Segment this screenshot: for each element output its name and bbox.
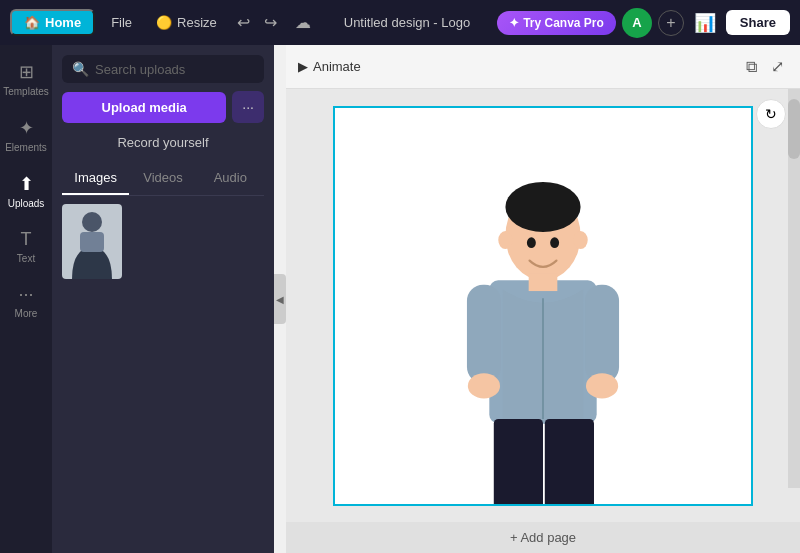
add-collaborator-button[interactable]: + (658, 10, 684, 36)
media-grid (62, 204, 264, 279)
cloud-sync-button[interactable]: ☁ (289, 9, 317, 36)
svg-point-11 (586, 373, 618, 398)
sidebar-item-templates[interactable]: ⊞ Templates (2, 53, 50, 105)
upload-panel: 🔍 Upload media ··· Record yourself Image… (52, 45, 274, 553)
canvas-area: ▶ Animate ⧉ ⤢ (286, 45, 800, 553)
sidebar-icons: ⊞ Templates ✦ Elements ⬆ Uploads T Text … (0, 45, 52, 553)
refresh-button[interactable]: ↻ (756, 99, 786, 129)
templates-icon: ⊞ (19, 61, 34, 83)
file-label: File (111, 15, 132, 30)
svg-rect-12 (494, 419, 543, 504)
document-title: Untitled design - Logo (323, 15, 491, 30)
record-yourself-button[interactable]: Record yourself (62, 131, 264, 154)
add-page-label: + Add page (510, 530, 576, 545)
svg-point-14 (527, 237, 536, 248)
svg-point-17 (573, 231, 587, 249)
svg-point-5 (505, 181, 580, 231)
svg-point-1 (82, 212, 102, 232)
upload-more-button[interactable]: ··· (232, 91, 264, 123)
sidebar-item-uploads[interactable]: ⬆ Uploads (2, 165, 50, 217)
tab-videos[interactable]: Videos (129, 162, 196, 195)
sidebar-item-more[interactable]: ··· More (2, 276, 50, 327)
tab-images-label: Images (74, 170, 117, 185)
sidebar-item-elements[interactable]: ✦ Elements (2, 109, 50, 161)
uploads-icon: ⬆ (19, 173, 34, 195)
try-pro-label: Try Canva Pro (523, 16, 604, 30)
canvas-toolbar-right: ⧉ ⤢ (742, 53, 788, 80)
scrollbar[interactable] (788, 89, 800, 488)
tab-audio-label: Audio (214, 170, 247, 185)
more-icon: ··· (18, 284, 33, 305)
media-tabs: Images Videos Audio (62, 162, 264, 196)
record-label: Record yourself (117, 135, 208, 150)
elements-icon: ✦ (19, 117, 34, 139)
resize-icon: 🟡 (156, 15, 172, 30)
list-item[interactable] (62, 204, 122, 279)
try-pro-button[interactable]: ✦ Try Canva Pro (497, 11, 616, 35)
resize-button[interactable]: 🟡 Resize (148, 11, 225, 34)
design-canvas[interactable] (333, 106, 753, 506)
refresh-icon: ↻ (765, 106, 777, 122)
file-button[interactable]: File (101, 11, 142, 34)
sidebar-item-label-uploads: Uploads (8, 198, 45, 209)
tab-audio[interactable]: Audio (197, 162, 264, 195)
upload-media-label: Upload media (102, 100, 187, 115)
undo-redo-group: ↩ ↪ (231, 9, 283, 36)
canvas-toolbar: ▶ Animate ⧉ ⤢ (286, 45, 800, 89)
fullscreen-button[interactable]: ⤢ (767, 53, 788, 80)
svg-rect-2 (80, 232, 104, 252)
svg-rect-8 (467, 284, 501, 382)
svg-point-15 (550, 237, 559, 248)
search-box: 🔍 (62, 55, 264, 83)
panel-collapse-handle[interactable]: ◀ (274, 274, 286, 324)
tab-videos-label: Videos (143, 170, 183, 185)
home-icon: 🏠 (24, 15, 40, 30)
upload-media-button[interactable]: Upload media (62, 92, 226, 123)
add-page-button[interactable]: + Add page (286, 522, 800, 553)
search-icon: 🔍 (72, 61, 89, 77)
resize-label: Resize (177, 15, 217, 30)
pro-star-icon: ✦ (509, 16, 519, 30)
search-input[interactable] (95, 62, 254, 77)
animate-button[interactable]: ▶ Animate (298, 59, 361, 74)
upload-media-row: Upload media ··· (62, 91, 264, 123)
svg-point-16 (498, 231, 512, 249)
home-label: Home (45, 15, 81, 30)
svg-rect-13 (545, 419, 594, 504)
upload-more-icon: ··· (242, 99, 254, 115)
sidebar-item-label-text: Text (17, 253, 35, 264)
home-button[interactable]: 🏠 Home (10, 9, 95, 36)
share-label: Share (740, 15, 776, 30)
svg-rect-6 (529, 273, 558, 291)
canvas-content: ↻ (286, 89, 800, 522)
share-button[interactable]: Share (726, 10, 790, 35)
sidebar-item-label-more: More (15, 308, 38, 319)
analytics-button[interactable]: 📊 (690, 8, 720, 38)
main-layout: ⊞ Templates ✦ Elements ⬆ Uploads T Text … (0, 45, 800, 553)
sidebar-item-text[interactable]: T Text (2, 221, 50, 272)
svg-point-10 (468, 373, 500, 398)
chevron-left-icon: ◀ (276, 294, 284, 305)
sidebar-item-label-elements: Elements (5, 142, 47, 153)
text-icon: T (21, 229, 32, 250)
sidebar-item-label-templates: Templates (3, 86, 49, 97)
redo-button[interactable]: ↪ (258, 9, 283, 36)
copy-button[interactable]: ⧉ (742, 54, 761, 80)
tab-images[interactable]: Images (62, 162, 129, 195)
animate-label: Animate (313, 59, 361, 74)
svg-rect-9 (585, 284, 619, 382)
user-avatar[interactable]: A (622, 8, 652, 38)
avatar-letter: A (632, 15, 641, 30)
undo-button[interactable]: ↩ (231, 9, 256, 36)
topbar: 🏠 Home File 🟡 Resize ↩ ↪ ☁ Untitled desi… (0, 0, 800, 45)
animate-play-icon: ▶ (298, 59, 308, 74)
